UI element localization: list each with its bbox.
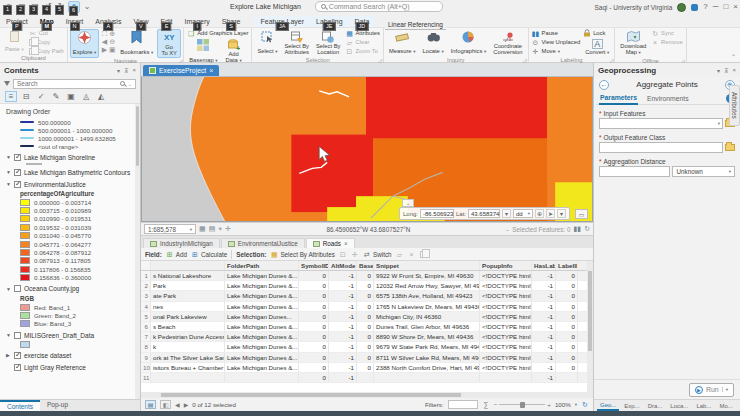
cell-labelid[interactable]: 0 xyxy=(556,291,578,300)
row-selector-header[interactable] xyxy=(141,261,151,270)
go-to-xy-button[interactable]: XY Go To XY xyxy=(157,29,181,58)
attributes-collapsed-tab[interactable]: Attributes xyxy=(729,85,740,126)
expand-icon[interactable]: ▼ xyxy=(6,286,11,292)
cell-base[interactable]: 0 xyxy=(357,312,374,321)
undo-button[interactable]: ↺4 xyxy=(42,1,54,13)
cell-symbolid[interactable]: 0 xyxy=(299,342,329,351)
pause-labeling-button[interactable]: ▮▮Pause xyxy=(531,29,582,37)
layer-checkbox[interactable] xyxy=(14,285,21,292)
layer-item-environmental-justice[interactable]: ▼ EnvironmentalJustice xyxy=(6,179,140,189)
aggregation-distance-input[interactable] xyxy=(599,166,670,177)
sync-button[interactable]: ↻Sync xyxy=(650,29,684,37)
tab-imagery[interactable]: ImageryI xyxy=(179,16,216,27)
cell-base[interactable]: 0 xyxy=(357,291,374,300)
cell-base[interactable]: 0 xyxy=(357,342,374,351)
cell-altmode[interactable]: -1 xyxy=(329,363,357,372)
row-number[interactable]: 10 xyxy=(141,363,151,372)
zoom-to-selection-button[interactable]: ⊡ xyxy=(339,250,347,258)
tab-view[interactable]: ViewV xyxy=(127,16,154,27)
cell-snippet[interactable]: 8711 W Silver Lake Rd, Mears, MI 49436 xyxy=(374,353,480,362)
layer-item-shoreline[interactable]: ▼ Lake Michigan Shoreline xyxy=(6,152,140,162)
column-header-folderpath[interactable]: FolderPath xyxy=(225,261,299,270)
cell-name[interactable]: Park xyxy=(151,281,225,290)
cell-haslabel[interactable]: -1 xyxy=(532,332,556,341)
table-row[interactable]: 3 ate Park Lake Michigan Dunes &... 0 -1… xyxy=(141,291,593,301)
latitude-input[interactable]: 43.658374 xyxy=(468,209,500,218)
add-data-button[interactable]: + Add Data ▾ xyxy=(222,37,246,66)
unit-dropdown[interactable]: dd▾ xyxy=(513,209,533,218)
tab-contents[interactable]: Contents xyxy=(0,400,40,411)
table-row[interactable]: 10 isitors Bureau + Chamber of Commerce.… xyxy=(141,363,593,373)
pin-icon[interactable]: ⊼ xyxy=(124,67,128,74)
cell-folderpath[interactable]: Lake Michigan Dunes &... xyxy=(225,302,299,311)
basemap-button[interactable]: Basemap ▾ xyxy=(186,37,220,66)
calculate-field-button[interactable]: ⊞Calculate xyxy=(191,250,227,258)
cell-symbolid[interactable]: 0 xyxy=(299,373,329,382)
pan-status-icon[interactable]: ✛ xyxy=(225,225,231,233)
more-options-icon[interactable]: ▾ xyxy=(557,209,566,218)
cell-altmode[interactable]: -1 xyxy=(329,312,357,321)
docked-pane-tab[interactable]: Mo... xyxy=(716,402,735,410)
cell-haslabel[interactable]: -1 xyxy=(532,342,556,351)
cell-snippet[interactable]: 12032 Red Arrow Hwy, Sawyer, MI 49125 xyxy=(374,281,480,290)
maximize-button[interactable]: □ xyxy=(723,3,728,11)
cell-snippet[interactable]: Dunes Trail, Glen Arbor, MI 49636 xyxy=(374,322,480,331)
grid-status-icon[interactable]: ▤ xyxy=(209,225,216,233)
table-view-button[interactable]: ▤ xyxy=(145,400,156,409)
expand-icon[interactable]: ▼ xyxy=(6,169,11,175)
cell-name[interactable]: ate Park xyxy=(151,291,225,300)
table-select-by-attributes-button[interactable]: ▦Select By Attributes xyxy=(270,250,335,258)
row-number[interactable]: 1 xyxy=(141,271,151,280)
cell-snippet[interactable]: 6575 138th Ave, Holland, MI 49423 xyxy=(374,291,480,300)
cell-labelid[interactable]: 0 xyxy=(556,322,578,331)
contents-tree[interactable]: Drawing Order 500.000000 500.000001 - 10… xyxy=(0,104,140,399)
map-scale-dropdown[interactable]: 1:685,578▾ xyxy=(144,224,196,234)
cell-popupinfo[interactable] xyxy=(480,373,532,382)
snapping-status-icon[interactable]: ⌖ xyxy=(218,225,222,233)
contextual-tab[interactable]: Feature LayerJA xyxy=(254,16,310,27)
close-view-icon[interactable]: × xyxy=(209,67,213,74)
cell-symbolid[interactable]: 0 xyxy=(299,353,329,362)
fixed-zoom-out-icon[interactable]: ⊖ xyxy=(108,37,116,45)
add-field-button[interactable]: ⊞Add xyxy=(166,250,187,258)
column-header-haslabel[interactable]: HasLabel xyxy=(532,261,556,270)
cell-labelid[interactable]: 0 xyxy=(556,302,578,311)
cell-symbolid[interactable]: 0 xyxy=(299,322,329,331)
close-table-icon[interactable]: × xyxy=(344,240,348,247)
cell-altmode[interactable]: -1 xyxy=(329,291,357,300)
column-header-labelid[interactable]: LabelID xyxy=(556,261,578,270)
table-row[interactable]: 1 s National Lakeshore Lake Michigan Dun… xyxy=(141,271,593,281)
download-map-button[interactable]: Download Map ▾ xyxy=(617,29,649,58)
help-button[interactable]: ? xyxy=(703,3,707,11)
column-header-name[interactable] xyxy=(151,261,225,270)
qat-customize-button[interactable]: ⌄ xyxy=(81,1,93,13)
distance-units-dropdown[interactable]: Unknown▾ xyxy=(672,166,735,177)
cell-labelid[interactable]: 0 xyxy=(556,271,578,280)
zoom-to-selection-button[interactable]: ⊡Zoom To xyxy=(344,47,381,55)
list-by-drawing-order-button[interactable]: ≡ xyxy=(5,91,17,102)
table-row[interactable]: 5 onal Park Lakeview Lake Michigan Dunes… xyxy=(141,312,593,322)
sum-icon[interactable]: ∑ xyxy=(482,401,490,409)
tab-edit[interactable]: EditE xyxy=(154,16,178,27)
delete-selection-button[interactable]: × xyxy=(408,250,416,258)
cell-name[interactable]: s Beach xyxy=(151,322,225,331)
expand-icon[interactable]: ▼ xyxy=(6,154,11,160)
longitude-input[interactable]: -86.506923 xyxy=(420,209,454,218)
clear-selection-button[interactable]: ▱Clear xyxy=(344,38,381,46)
cell-haslabel[interactable]: -1 xyxy=(532,302,556,311)
open-project-button[interactable]: ▢2 xyxy=(16,1,28,13)
cell-snippet[interactable]: 9679 W State Park Rd, Mears, MI 49436 xyxy=(374,342,480,351)
layer-item-milisgre-draft-data[interactable]: ▼ MILISGreen_Draft_Data xyxy=(6,330,140,340)
tab-map[interactable]: MapM xyxy=(34,16,60,27)
cell-labelid[interactable] xyxy=(556,373,578,382)
cell-snippet[interactable] xyxy=(374,373,480,382)
new-project-button[interactable]: ▯1 xyxy=(3,1,15,13)
tab-analysis[interactable]: AnalysisA xyxy=(89,16,127,27)
run-button[interactable]: ▶ Run ▾ xyxy=(689,383,734,397)
units-chevron-icon[interactable]: ▾ xyxy=(502,209,511,218)
tab-project[interactable]: ProjectP xyxy=(0,16,34,27)
lock-labels-button[interactable]: Lock xyxy=(582,29,612,37)
layer-item-exercise-dataset[interactable]: ▶ exercise dataset xyxy=(6,350,140,360)
zoom-percent[interactable]: 100% xyxy=(555,401,571,408)
cell-name[interactable]: isitors Bureau + Chamber of Commerce... xyxy=(151,363,225,372)
